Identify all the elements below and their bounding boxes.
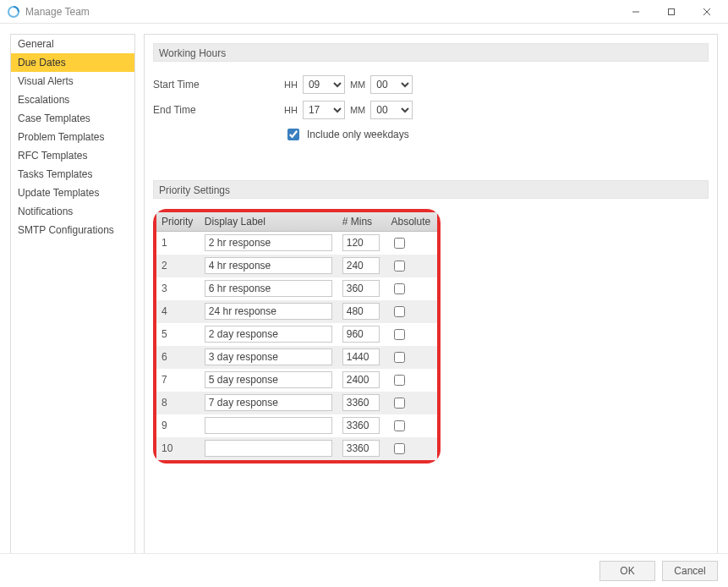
- table-row: 10: [156, 437, 437, 460]
- ok-button[interactable]: OK: [599, 561, 655, 581]
- end-hour-select[interactable]: 17: [303, 101, 345, 119]
- hh-label: HH: [284, 80, 298, 90]
- weekdays-checkbox[interactable]: [287, 129, 299, 140]
- priority-cell: 6: [156, 346, 200, 369]
- priority-settings-header: Priority Settings: [153, 180, 709, 199]
- working-hours-header: Working Hours: [153, 43, 709, 62]
- col-display-label[interactable]: Display Label: [200, 212, 337, 232]
- table-row: 3: [156, 277, 437, 300]
- weekdays-label[interactable]: Include only weekdays: [307, 129, 409, 140]
- priority-cell: 8: [156, 392, 200, 414]
- table-row: 5: [156, 323, 437, 346]
- end-time-label: End Time: [153, 104, 284, 116]
- sidebar-item-visual-alerts[interactable]: Visual Alerts: [11, 72, 134, 91]
- display-label-input[interactable]: [205, 326, 332, 343]
- start-min-select[interactable]: 00: [370, 75, 413, 94]
- sidebar-item-general[interactable]: General: [11, 35, 134, 53]
- absolute-checkbox[interactable]: [394, 398, 405, 409]
- sidebar-item-rfc-templates[interactable]: RFC Templates: [11, 146, 134, 165]
- table-row: 2: [156, 255, 437, 277]
- start-time-label: Start Time: [153, 79, 284, 91]
- table-row: 1: [156, 232, 437, 255]
- app-icon: [7, 5, 20, 19]
- mins-input[interactable]: [342, 417, 380, 434]
- display-label-input[interactable]: [205, 440, 332, 457]
- sidebar-item-smtp-configurations[interactable]: SMTP Configurations: [11, 221, 134, 239]
- mins-input[interactable]: [342, 440, 380, 457]
- dialog-footer: OK Cancel: [0, 553, 728, 587]
- titlebar: Manage Team: [0, 0, 728, 24]
- table-row: 7: [156, 369, 437, 392]
- end-min-select[interactable]: 00: [370, 101, 413, 119]
- sidebar: GeneralDue DatesVisual AlertsEscalations…: [10, 34, 135, 554]
- window-minimize-button[interactable]: [618, 0, 654, 24]
- absolute-checkbox[interactable]: [394, 261, 405, 272]
- sidebar-item-update-templates[interactable]: Update Templates: [11, 184, 134, 202]
- priority-cell: 9: [156, 414, 200, 437]
- mins-input[interactable]: [342, 348, 380, 365]
- sidebar-item-due-dates[interactable]: Due Dates: [11, 53, 134, 72]
- table-row: 9: [156, 414, 437, 437]
- col-priority[interactable]: Priority: [156, 212, 200, 232]
- absolute-checkbox[interactable]: [394, 283, 405, 294]
- cancel-button[interactable]: Cancel: [662, 561, 718, 581]
- sidebar-item-notifications[interactable]: Notifications: [11, 202, 134, 221]
- priority-cell: 7: [156, 369, 200, 392]
- absolute-checkbox[interactable]: [394, 375, 405, 386]
- col-mins[interactable]: # Mins: [337, 212, 386, 232]
- display-label-input[interactable]: [205, 234, 332, 251]
- display-label-input[interactable]: [205, 280, 332, 297]
- table-row: 4: [156, 300, 437, 323]
- mins-input[interactable]: [342, 326, 380, 343]
- priority-cell: 1: [156, 232, 200, 255]
- absolute-checkbox[interactable]: [394, 420, 405, 431]
- display-label-input[interactable]: [205, 257, 332, 274]
- start-hour-select[interactable]: 09: [303, 75, 345, 94]
- mins-input[interactable]: [342, 234, 380, 251]
- table-row: 8: [156, 392, 437, 414]
- display-label-input[interactable]: [205, 348, 332, 365]
- svg-rect-2: [669, 8, 675, 14]
- window-title: Manage Team: [25, 6, 90, 18]
- mins-input[interactable]: [342, 371, 380, 388]
- display-label-input[interactable]: [205, 371, 332, 388]
- window-maximize-button[interactable]: [654, 0, 689, 24]
- priority-cell: 4: [156, 300, 200, 323]
- priority-cell: 10: [156, 437, 200, 460]
- sidebar-item-tasks-templates[interactable]: Tasks Templates: [11, 165, 134, 184]
- absolute-checkbox[interactable]: [394, 329, 405, 340]
- hh-label: HH: [284, 105, 298, 115]
- mins-input[interactable]: [342, 303, 380, 320]
- content-pane: Working Hours Start Time HH 09 MM 00 End…: [144, 34, 718, 554]
- table-row: 6: [156, 346, 437, 369]
- priority-cell: 2: [156, 255, 200, 277]
- mm-label: MM: [350, 80, 365, 90]
- display-label-input[interactable]: [205, 394, 332, 411]
- window-close-button[interactable]: [689, 0, 725, 24]
- col-absolute[interactable]: Absolute: [386, 212, 437, 232]
- mins-input[interactable]: [342, 394, 380, 411]
- mins-input[interactable]: [342, 257, 380, 274]
- mm-label: MM: [350, 105, 365, 115]
- priority-table: Priority Display Label # Mins Absolute 1…: [156, 212, 437, 460]
- sidebar-item-problem-templates[interactable]: Problem Templates: [11, 128, 134, 146]
- sidebar-item-case-templates[interactable]: Case Templates: [11, 109, 134, 128]
- display-label-input[interactable]: [205, 417, 332, 434]
- absolute-checkbox[interactable]: [394, 306, 405, 317]
- absolute-checkbox[interactable]: [394, 238, 405, 249]
- priority-cell: 5: [156, 323, 200, 346]
- sidebar-item-escalations[interactable]: Escalations: [11, 91, 134, 109]
- mins-input[interactable]: [342, 280, 380, 297]
- priority-cell: 3: [156, 277, 200, 300]
- absolute-checkbox[interactable]: [394, 352, 405, 363]
- absolute-checkbox[interactable]: [394, 443, 405, 454]
- display-label-input[interactable]: [205, 303, 332, 320]
- priority-highlight-annotation: Priority Display Label # Mins Absolute 1…: [153, 209, 441, 464]
